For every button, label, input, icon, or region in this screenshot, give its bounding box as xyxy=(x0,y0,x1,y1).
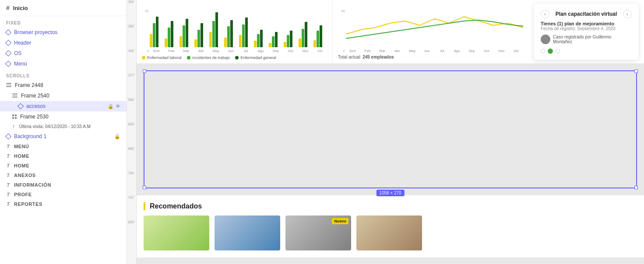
x-label: Nov xyxy=(299,49,312,53)
bar-green-med xyxy=(168,28,170,47)
plan-card-date: Fecha de registro: Septiembre 4, 2020 xyxy=(541,26,632,31)
ruler-mark-850: 850 xyxy=(127,220,135,245)
bar-group-jun xyxy=(224,20,238,47)
ruler-mark-350: 350 xyxy=(127,24,135,49)
plan-prev-button[interactable]: ‹ xyxy=(541,10,549,18)
sidebar-item-frame-2540[interactable]: Frame 2540 xyxy=(0,90,127,101)
sidebar-item-os[interactable]: OS xyxy=(0,48,127,59)
ruler-mark-650: 650 xyxy=(127,147,135,171)
sidebar-item-label: Browser proyectos xyxy=(14,29,120,35)
x-label: Oct xyxy=(284,49,297,53)
bar-yellow xyxy=(179,36,182,47)
plan-dot-1[interactable] xyxy=(541,49,545,53)
corner-handle-tr[interactable] xyxy=(634,69,638,73)
sidebar-item-label: Background 1 xyxy=(14,133,111,139)
lock-icon: 🔒 xyxy=(114,134,120,139)
rec-card-3[interactable]: Nuevo xyxy=(285,215,351,250)
ruler-panel: 300 350 400 477 550 600 650 700 747 850 xyxy=(127,0,137,264)
chart-x-labels-right: Ene Feb Mar Abr May Jun Jul Ago Sep Oct … xyxy=(346,49,523,53)
text-label: PROFE xyxy=(14,192,32,197)
chart-x-labels-left: Ene Feb Mar Abr May Jun Jul Ago Sep Oct … xyxy=(150,49,327,53)
legend-label: Enfermedad general xyxy=(240,56,276,60)
lines-icon xyxy=(12,94,18,98)
x-label: Jul xyxy=(239,49,253,53)
bar-green-med xyxy=(212,21,215,47)
rec-card-2[interactable] xyxy=(215,215,280,250)
x-label: Oct xyxy=(480,49,493,53)
section-scrolls-label: SCROLLS xyxy=(0,69,127,80)
bar-chart-container xyxy=(150,3,327,47)
sidebar-item-label: Frame 2540 xyxy=(21,93,120,99)
text-label: ANEXOS xyxy=(14,173,36,178)
corner-handle-tl[interactable] xyxy=(143,69,146,73)
bar-group-dic xyxy=(313,25,327,47)
hash-icon: # xyxy=(6,4,10,11)
ruler-mark-600: 600 xyxy=(127,122,135,147)
recomendados-title: Recomendados xyxy=(144,202,637,210)
rec-card-4[interactable] xyxy=(356,215,422,250)
plan-next-button[interactable]: › xyxy=(623,10,632,18)
bar-green-dark xyxy=(201,23,203,47)
legend-label: Enfermedad laboral xyxy=(147,56,182,60)
bar-green-dark xyxy=(260,30,263,47)
sidebar-item-label: OS xyxy=(14,50,120,56)
sidebar-item-browser-proyectos[interactable]: Browser proyectos xyxy=(0,27,127,38)
sidebar-item-label: Frame 2448 xyxy=(15,82,120,88)
rec-card-1[interactable] xyxy=(144,215,209,250)
x-label: Mar xyxy=(376,49,389,53)
bar-group-ene xyxy=(150,17,163,47)
chart-section-right: 50 0 Ene Fe xyxy=(332,0,528,63)
x-label: Nov xyxy=(495,49,508,53)
plan-card-nav: ‹ Plan capacitación virtual › xyxy=(541,10,632,18)
sidebar-text-informacion: T INFORMACIÓN xyxy=(0,180,127,190)
bar-yellow xyxy=(299,38,301,47)
grid-icon xyxy=(12,115,17,119)
bar-yellow xyxy=(150,34,152,47)
lock-icon: 🔒 xyxy=(108,104,114,109)
sidebar-item-background-1[interactable]: Background 1 🔒 xyxy=(0,131,127,142)
meta-icons: 🔒 👁 xyxy=(108,104,120,109)
bar-green-med xyxy=(287,35,289,47)
recomendados-section: Recomendados Nuevo xyxy=(137,195,644,257)
y-label-bottom: 0 xyxy=(142,49,149,53)
sidebar-item-header[interactable]: Header xyxy=(0,38,127,48)
x-label: Jul xyxy=(435,49,449,53)
legend-label: Accidentes de trabajo xyxy=(192,56,230,60)
bar-green-dark xyxy=(275,32,278,47)
sidebar-item-label: Header xyxy=(14,40,120,46)
diamond-icon xyxy=(5,40,11,46)
bar-green-dark xyxy=(290,31,292,47)
corner-handle-br[interactable] xyxy=(634,186,638,189)
ruler-mark-400: 400 xyxy=(127,49,135,73)
total-value: 245 empleados xyxy=(362,55,394,59)
sidebar-item-accesos[interactable]: accesos 🔒 👁 xyxy=(0,101,127,111)
plan-dot-2[interactable] xyxy=(548,49,553,54)
legend-item-enfermedad-laboral: Enfermedad laboral xyxy=(142,56,182,60)
bar-yellow xyxy=(269,43,271,47)
chart-total: Total actual: 245 empleados xyxy=(338,55,523,59)
bar-chart-with-axis: 50 0 xyxy=(142,3,327,53)
ruler-mark-747: 747 xyxy=(127,196,135,220)
bar-group-oct xyxy=(284,31,297,47)
x-label: Feb xyxy=(165,49,178,53)
nuevo-badge: Nuevo xyxy=(332,218,348,224)
x-label: Ago xyxy=(254,49,267,53)
y-axis-right: 50 0 xyxy=(338,9,345,53)
corner-handle-bl[interactable] xyxy=(143,186,146,189)
line-chart-with-axis: 50 0 Ene Fe xyxy=(338,3,523,53)
frame-size-badge: 1058 × 270 xyxy=(376,190,404,196)
sidebar-item-frame-2530[interactable]: Frame 2530 xyxy=(0,111,127,122)
sidebar-item-frame-2448[interactable]: Frame 2448 xyxy=(0,80,127,90)
t-icon: T xyxy=(6,182,11,188)
y-label-top: 50 xyxy=(338,9,345,13)
lines-icon xyxy=(6,83,11,87)
plan-dot-3[interactable] xyxy=(556,49,560,53)
line-chart-inner: Ene Feb Mar Abr May Jun Jul Ago Sep Oct … xyxy=(346,3,523,53)
sidebar-item-menu[interactable]: Menú xyxy=(0,59,127,69)
bar-green-dark xyxy=(156,17,158,47)
sidebar-item-label: accesos xyxy=(26,103,104,109)
bar-green-dark xyxy=(245,17,248,47)
ruler-mark-300: 300 xyxy=(127,0,135,24)
bar-green-dark xyxy=(230,20,233,47)
bar-yellow xyxy=(239,35,242,47)
